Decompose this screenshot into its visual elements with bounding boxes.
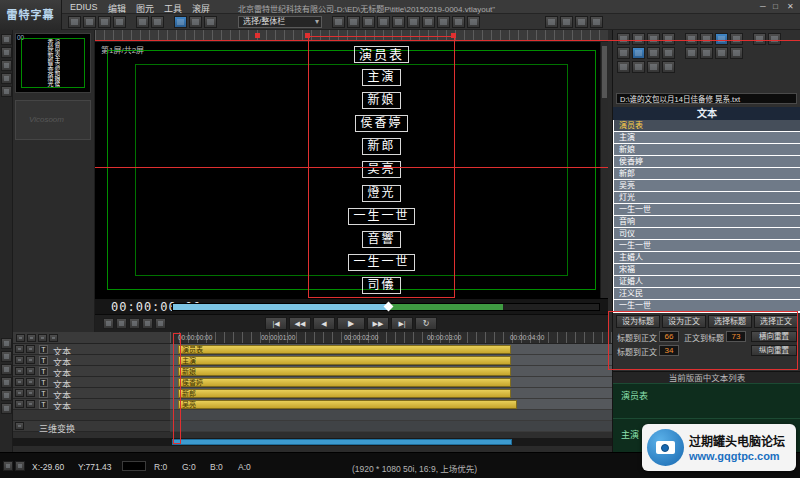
panel-icon[interactable] [685,33,698,45]
vertical-reset-button[interactable]: 纵向重置 [751,345,797,356]
subtitle-text[interactable]: 一生一世 [348,254,414,271]
track-visibility-icon[interactable] [15,422,24,430]
transform-track-header[interactable]: 三维变换 [13,421,170,432]
track-lock-icon[interactable] [26,378,35,386]
text-list-item[interactable]: 新娘 [614,144,800,155]
rewind-button[interactable]: ◀◀ [289,317,311,330]
subtitle-text[interactable]: 新娘 [362,92,400,109]
tool-icon[interactable] [1,73,12,84]
text-list-item[interactable]: 一生一世 [614,300,800,311]
watermark-url[interactable]: www.gqgtpc.com [689,450,780,462]
menu-edius[interactable]: EDIUS [70,2,98,12]
timeline-clip[interactable]: 新郎 [178,389,511,398]
toolbar-icon[interactable] [362,16,375,28]
text-list-item[interactable]: 侯香婷 [614,156,800,167]
text-list-item[interactable]: 一生一世 [614,240,800,251]
toolbar-icon[interactable] [377,16,390,28]
spacing-value-field[interactable]: 66 [659,331,679,342]
timeline-tool-icon[interactable] [16,334,25,342]
track-visibility-icon[interactable] [15,389,24,397]
list-view-icon[interactable] [632,47,645,59]
panel-icon[interactable] [647,61,660,73]
spacing-value-field[interactable]: 34 [659,345,679,356]
toolbar-save-icon[interactable] [98,16,111,28]
maximize-button[interactable]: □ [773,2,778,11]
toolbar-icon[interactable] [392,16,405,28]
timeline-clip[interactable]: 主演 [178,356,511,365]
toolbar-icon[interactable] [151,16,164,28]
toolbar-icon[interactable] [347,16,360,28]
timeline-ruler[interactable]: 00:00:00:00 00:00:01:00 00:00:02:00 00:0… [170,332,612,344]
fast-forward-button[interactable]: ▶▶ [367,317,389,330]
source-file-field[interactable]: D:\谁的文包以月14日佳备修 晃系.txt [616,93,797,104]
tool-icon[interactable] [1,403,12,414]
toolbar-icon[interactable] [136,16,149,28]
subtitle-text[interactable]: 吴亮 [362,161,400,178]
toolbar-icon[interactable] [437,16,450,28]
canvas[interactable]: 第1屏/共2屏 演员表 主演 新娘 侯香婷 新郎 吴亮 燈光 一生一世 音響 一… [95,42,608,298]
toolbar-new-icon[interactable] [68,16,81,28]
tool-icon[interactable] [1,86,12,97]
text-list-item[interactable]: 新郎 [614,168,800,179]
timeline-clip[interactable]: 侯香婷 [178,378,511,387]
panel-icon[interactable] [662,47,675,59]
track-header[interactable]: T 文本 [13,344,170,355]
panel-icon[interactable] [715,47,728,59]
timeline-scrollbar-thumb[interactable] [172,439,512,445]
text-list-item[interactable]: 一生一世 [614,204,800,215]
track-lock-icon[interactable] [26,367,35,375]
panel-icon[interactable] [685,47,698,59]
canvas-scrollbar[interactable] [600,42,608,298]
tool-icon[interactable] [1,34,12,45]
panel-icon[interactable] [730,47,743,59]
toolbar-icon[interactable] [590,16,603,28]
track-lane[interactable]: 主演 [170,355,612,366]
track-header[interactable]: T 文本 [13,366,170,377]
track-header[interactable]: T 文本 [13,399,170,410]
text-list-item[interactable]: 音响 [614,216,800,227]
track-lock-icon[interactable] [26,356,35,364]
marker-icon[interactable] [116,318,127,329]
text-list-item[interactable]: 灯光 [614,192,800,203]
text-list-item[interactable]: 演员表 [614,120,800,131]
subtitle-text[interactable]: 主演 [362,69,400,86]
toolbar-icon[interactable] [407,16,420,28]
tool-icon[interactable] [1,47,12,58]
tool-icon[interactable] [1,364,12,375]
toolbar-open-icon[interactable] [83,16,96,28]
panel-icon[interactable] [617,33,630,45]
track-lane[interactable]: 演员表 [170,344,612,355]
play-button[interactable]: ▶ [337,317,365,330]
toolbar-icon[interactable] [189,16,202,28]
layout-thumbnail[interactable]: Vicosoom [15,100,91,140]
marker-icon[interactable] [142,318,153,329]
timeline-tool-icon[interactable] [49,334,58,342]
loop-button[interactable]: ↻ [415,317,437,330]
panel-icon[interactable] [700,33,713,45]
toolbar-icon[interactable] [467,16,480,28]
toolbar-icon[interactable] [575,16,588,28]
marker-icon[interactable] [155,318,166,329]
panel-icon[interactable] [632,61,645,73]
subtitle-text[interactable]: 新郎 [362,138,400,155]
timeline-tool-icon[interactable] [38,334,47,342]
track-visibility-icon[interactable] [15,400,24,408]
tool-icon[interactable] [1,351,12,362]
timeline-clip[interactable]: 吴亮 [178,400,517,409]
layout-list-item[interactable]: 主演 [621,428,639,441]
toolbar-icon[interactable] [422,16,435,28]
panel-icon[interactable] [617,47,630,59]
set-body-button[interactable]: 设为正文 [662,315,706,328]
toolbar-icon[interactable] [452,16,465,28]
track-lock-icon[interactable] [26,345,35,353]
text-list-item[interactable]: 司仪 [614,228,800,239]
track-visibility-icon[interactable] [15,378,24,386]
panel-icon[interactable] [768,33,781,45]
toolbar-icon[interactable] [560,16,573,28]
track-lane[interactable]: 新娘 [170,366,612,377]
timeline-tool-icon[interactable] [27,334,36,342]
subtitle-text[interactable]: 音響 [362,231,400,248]
preview-thumbnail[interactable]: 00 演员表主演新娘侯香婷新郎吴亮燈光一生一世音響一生一世司儀 [15,33,91,93]
text-list-item[interactable]: 证婚人 [614,276,800,287]
track-lock-icon[interactable] [26,400,35,408]
